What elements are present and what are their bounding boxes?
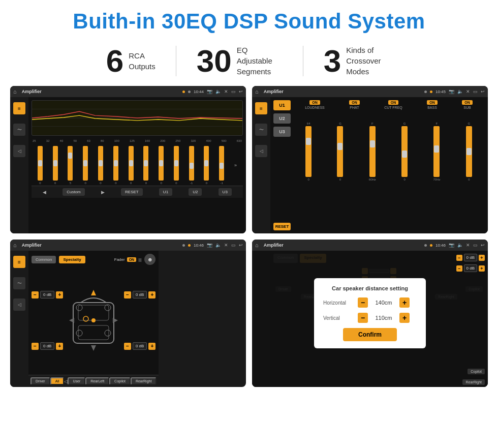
eq-slider-col[interactable]: 0 — [143, 146, 148, 185]
fader-rr-plus[interactable]: + — [148, 343, 155, 350]
fader-sidebar: ≡ 〜 ◁ — [10, 251, 28, 387]
on-badge[interactable]: ON — [427, 100, 438, 105]
on-badge[interactable]: ON — [388, 100, 399, 105]
eq-u1-btn[interactable]: U1 — [159, 188, 172, 196]
on-badge[interactable]: ON — [349, 100, 360, 105]
on-badge[interactable]: ON — [309, 100, 320, 105]
fader-fr-plus[interactable]: + — [148, 291, 155, 298]
fader-driver-btn[interactable]: Driver — [30, 377, 50, 385]
dialog-horizontal-minus[interactable]: − — [358, 297, 368, 308]
home-icon[interactable]: ⌂ — [255, 242, 259, 248]
preset-u1[interactable]: U1 — [273, 100, 291, 110]
stat-label-crossover: Kinds ofCrossover Modes — [346, 45, 392, 77]
fader-rearright-btn[interactable]: RearRight — [131, 377, 157, 385]
crossover-sidebar-eq-icon[interactable]: ≡ — [255, 102, 267, 114]
eq-u3-btn[interactable]: U3 — [219, 188, 232, 196]
speaker-icon: ◁ — [18, 302, 21, 307]
crossover-slider-loudness[interactable]: 64 0 — [305, 122, 312, 181]
dialog-vertical-minus[interactable]: − — [358, 313, 368, 323]
crossover-slider-sub[interactable]: G 0 — [466, 122, 472, 181]
fader-user-btn[interactable]: User — [68, 377, 85, 385]
crossover-body: U1 U2 U3 RESET ON LOUDNESS — [273, 100, 485, 230]
fader-rl-minus[interactable]: − — [32, 343, 39, 350]
crossover-sidebar-vol-icon[interactable]: ◁ — [255, 145, 267, 157]
fader-content: ≡ 〜 ◁ Common Specialty Fader — [10, 251, 246, 387]
fader-sidebar-wave-icon[interactable]: 〜 — [13, 277, 25, 289]
svg-marker-9 — [69, 318, 74, 323]
home-icon[interactable]: ⌂ — [13, 242, 17, 248]
eq-custom-btn[interactable]: Custom — [63, 188, 85, 196]
fader-rr-minus[interactable]: − — [124, 343, 131, 350]
eq-slider-col[interactable]: 0 — [204, 146, 209, 185]
eq-slider-col[interactable]: 0 — [83, 146, 88, 185]
fader-rearleft-btn[interactable]: RearLeft — [85, 377, 109, 385]
crossover-sidebar: ≡ 〜 ◁ — [252, 97, 270, 233]
eq-slider-col[interactable]: -1 — [189, 146, 194, 185]
tab-specialty[interactable]: Specialty — [59, 256, 85, 263]
crossover-on-row: ON LOUDNESS ON PHAT ON CUT FREQ — [293, 100, 485, 109]
topbar-dot — [430, 244, 432, 247]
fader-copilot-btn[interactable]: Copilot — [109, 377, 131, 385]
back-icon[interactable]: ↩ — [481, 89, 485, 94]
fader-rl-plus[interactable]: + — [56, 343, 63, 350]
eq-reset-btn[interactable]: RESET — [121, 188, 143, 196]
fader-fr-db: 0 dB — [133, 291, 147, 298]
fader-all-btn[interactable]: All — [50, 377, 65, 385]
screen-crossover-title: Amplifier — [262, 89, 421, 94]
tab-common[interactable]: Common — [32, 256, 56, 263]
fader-person-btn[interactable]: ☻ — [144, 254, 155, 265]
channel-bass: ON BASS — [427, 100, 438, 109]
eq-slider-col[interactable]: 0 — [113, 146, 118, 185]
preset-u2[interactable]: U2 — [273, 113, 291, 124]
eq-slider-col[interactable]: 0 — [174, 146, 179, 185]
wave-icon: 〜 — [17, 280, 22, 287]
confirm-button[interactable]: Confirm — [343, 328, 397, 341]
eq-slider-col[interactable]: -1 — [219, 146, 224, 185]
eq-slider-col[interactable]: 0 — [159, 146, 164, 185]
fader-sidebar-eq-icon[interactable]: ≡ — [13, 256, 25, 268]
fader-on-badge[interactable]: ON — [127, 257, 137, 262]
eq-sidebar-vol-icon[interactable]: ◁ — [13, 145, 25, 157]
back-icon[interactable]: ↩ — [239, 243, 243, 248]
screens-grid: ⌂ Amplifier 10:44 📷 🔈 ✕ ▭ ↩ ≡ 〜 ◁ — [0, 86, 498, 392]
eq-sidebar-eq-icon[interactable]: ≡ — [13, 102, 25, 114]
preset-u3[interactable]: U3 — [273, 127, 291, 137]
dialog-vertical-plus[interactable]: + — [399, 313, 410, 323]
back-icon[interactable]: ↩ — [239, 89, 243, 94]
on-badge[interactable]: ON — [462, 100, 473, 105]
fader-sidebar-vol-icon[interactable]: ◁ — [13, 298, 25, 311]
eq-slider-col[interactable]: 0 — [38, 146, 43, 185]
crossover-slider-bass[interactable]: F 70Hz — [433, 122, 440, 181]
crossover-slider-phat[interactable]: G 0 — [337, 122, 343, 181]
home-icon[interactable]: ⌂ — [255, 88, 259, 95]
rect-icon: ▭ — [473, 89, 478, 94]
eq-slider-col[interactable]: 0 — [98, 146, 103, 185]
freq-label: 630 — [237, 139, 242, 142]
fader-rear-right: − 0 dB + — [124, 342, 155, 350]
eq-sidebar-wave-icon[interactable]: 〜 — [13, 124, 25, 136]
crossover-sidebar-wave-icon[interactable]: 〜 — [255, 124, 267, 136]
dialog-horizontal-plus[interactable]: + — [399, 297, 410, 308]
close-icon: ✕ — [466, 243, 470, 248]
eq-slider-col[interactable]: 5 — [68, 146, 73, 185]
camera-icon: 📷 — [449, 243, 454, 248]
stats-row: 6 RCAOutputs 30 EQ AdjustableSegments 3 … — [0, 39, 498, 86]
eq-sidebar: ≡ 〜 ◁ — [10, 97, 28, 233]
crossover-slider-cutfreq-f[interactable]: F 60Hz — [369, 122, 376, 181]
eq-u2-btn[interactable]: U2 — [189, 188, 202, 196]
fader-fr-minus[interactable]: − — [124, 291, 131, 298]
crossover-reset-btn[interactable]: RESET — [273, 223, 291, 230]
screen-distance: ⌂ Amplifier 10:46 📷 🔈 ✕ ▭ ↩ Common Speci… — [252, 240, 488, 387]
fader-left-col: − 0 dB + − 0 dB + — [32, 269, 63, 372]
fader-fl-plus[interactable]: + — [56, 291, 63, 298]
eq-slider-col[interactable]: 0 — [53, 146, 58, 185]
crossover-slider-cutfreq-g[interactable]: G 0 — [401, 122, 408, 181]
topbar-time: 10:44 — [194, 89, 204, 94]
eq-freq-labels: 25 32 40 50 63 80 100 125 160 200 250 32… — [32, 139, 243, 143]
stat-number-eq: 30 — [197, 45, 232, 77]
fader-fl-minus[interactable]: − — [32, 291, 39, 298]
home-icon[interactable]: ⌂ — [13, 88, 17, 95]
back-icon[interactable]: ↩ — [481, 243, 485, 248]
eq-slider-col[interactable]: 0 — [129, 146, 134, 185]
close-icon: ✕ — [224, 243, 228, 248]
